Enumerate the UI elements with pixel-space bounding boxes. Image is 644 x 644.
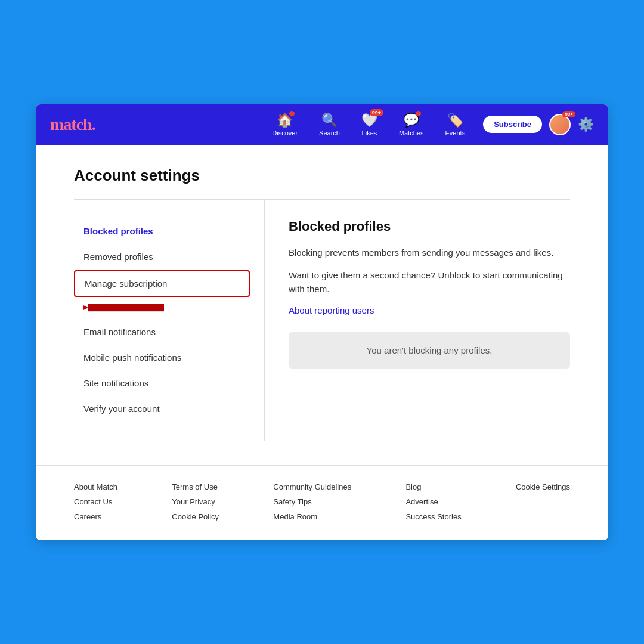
discover-label: Discover <box>272 129 298 137</box>
footer: About Match Contact Us Careers Terms of … <box>36 465 608 540</box>
discover-badge <box>289 111 295 116</box>
likes-badge: 99+ <box>370 109 383 116</box>
nav-item-matches[interactable]: 💬 Matches <box>391 108 432 141</box>
matches-icon: 💬 <box>403 113 419 128</box>
footer-col-2: Terms of Use Your Privacy Cookie Policy <box>172 482 219 521</box>
main-content: Account settings Blocked profiles Remove… <box>36 145 608 465</box>
footer-link-contact-us[interactable]: Contact Us <box>74 497 117 506</box>
matches-badge <box>416 111 421 116</box>
logo[interactable]: match. <box>50 115 95 134</box>
avatar-badge: 99+ <box>562 111 575 117</box>
footer-link-terms[interactable]: Terms of Use <box>172 482 219 491</box>
content-layout: Blocked profiles Removed profiles Manage… <box>74 200 570 441</box>
logo-text: match. <box>50 115 95 134</box>
footer-link-blog[interactable]: Blog <box>405 482 461 491</box>
footer-link-advertise[interactable]: Advertise <box>405 497 461 506</box>
likes-label: Likes <box>362 129 377 137</box>
likes-icon: 🤍99+ <box>361 113 377 128</box>
sidebar-item-removed-profiles[interactable]: Removed profiles <box>74 244 250 269</box>
arrow-icon <box>83 297 167 318</box>
sidebar-item-blocked-profiles[interactable]: Blocked profiles <box>74 219 250 243</box>
nav-item-search[interactable]: 🔍 Search <box>311 108 348 141</box>
empty-state: You aren't blocking any profiles. <box>289 332 570 369</box>
empty-state-text: You aren't blocking any profiles. <box>367 345 493 355</box>
page-title: Account settings <box>74 166 570 185</box>
footer-link-cookie-settings[interactable]: Cookie Settings <box>516 482 570 491</box>
footer-col-4: Blog Advertise Success Stories <box>405 482 461 521</box>
mobile-push-label: Mobile push notifications <box>83 352 181 363</box>
footer-link-cookie-policy[interactable]: Cookie Policy <box>172 512 219 521</box>
section-title: Blocked profiles <box>289 219 570 234</box>
footer-link-about-match[interactable]: About Match <box>74 482 117 491</box>
nav-items: 🏠 Discover 🔍 Search 🤍99+ Likes 💬 <box>264 108 473 141</box>
footer-link-community[interactable]: Community Guidelines <box>273 482 351 491</box>
events-label: Events <box>445 129 466 137</box>
email-notifications-label: Email notifications <box>83 327 156 337</box>
nav-item-likes[interactable]: 🤍99+ Likes <box>353 108 386 141</box>
nav-item-discover[interactable]: 🏠 Discover <box>264 108 306 141</box>
search-label: Search <box>319 129 340 137</box>
matches-label: Matches <box>399 129 424 137</box>
sidebar-item-site-notifications[interactable]: Site notifications <box>74 371 250 395</box>
site-notifications-label: Site notifications <box>83 378 148 388</box>
sidebar-item-email-notifications[interactable]: Email notifications <box>74 320 250 344</box>
nav-right: Subscribe 99+ ⚙️ <box>483 114 594 135</box>
arrow-container <box>74 297 250 318</box>
footer-link-media[interactable]: Media Room <box>273 512 351 521</box>
sidebar-item-manage-subscription[interactable]: Manage subscription <box>74 270 250 297</box>
right-panel: Blocked profiles Blocking prevents membe… <box>265 200 570 441</box>
manage-subscription-label: Manage subscription <box>85 278 167 289</box>
footer-col-3: Community Guidelines Safety Tips Media R… <box>273 482 351 521</box>
events-icon: 🏷️ <box>447 113 463 128</box>
footer-link-careers[interactable]: Careers <box>74 512 117 521</box>
footer-link-privacy[interactable]: Your Privacy <box>172 497 219 506</box>
app-container: match. 🏠 Discover 🔍 Search 🤍99+ Likes <box>36 104 608 540</box>
unblock-description: Want to give them a second chance? Unblo… <box>289 269 570 296</box>
footer-col-5: Cookie Settings <box>516 482 570 521</box>
sidebar: Blocked profiles Removed profiles Manage… <box>74 200 265 441</box>
blocking-description: Blocking prevents members from sending y… <box>289 246 570 260</box>
footer-link-success[interactable]: Success Stories <box>405 512 461 521</box>
search-icon: 🔍 <box>321 113 338 128</box>
removed-profiles-label: Removed profiles <box>83 252 153 262</box>
footer-col-1: About Match Contact Us Careers <box>74 482 117 521</box>
about-reporting-link[interactable]: About reporting users <box>289 305 570 315</box>
blocked-profiles-label: Blocked profiles <box>83 226 153 236</box>
verify-account-label: Verify your account <box>83 404 160 414</box>
navbar: match. 🏠 Discover 🔍 Search 🤍99+ Likes <box>36 104 608 145</box>
nav-item-events[interactable]: 🏷️ Events <box>437 108 474 141</box>
subscribe-button[interactable]: Subscribe <box>483 116 542 133</box>
settings-icon[interactable]: ⚙️ <box>578 117 594 132</box>
home-icon: 🏠 <box>277 113 293 128</box>
avatar-wrap[interactable]: 99+ <box>549 114 571 135</box>
sidebar-item-mobile-push[interactable]: Mobile push notifications <box>74 345 250 370</box>
sidebar-item-verify-account[interactable]: Verify your account <box>74 397 250 421</box>
footer-link-safety[interactable]: Safety Tips <box>273 497 351 506</box>
